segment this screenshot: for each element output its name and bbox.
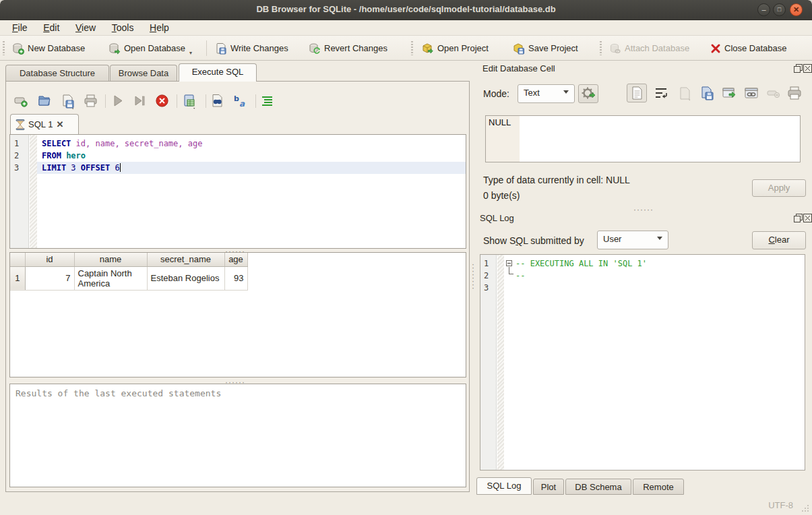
open-database-button[interactable]: Open Database ▾ — [104, 39, 196, 57]
titlebar: DB Browser for SQLite - /home/user/code/… — [0, 0, 812, 20]
write-changes-button[interactable]: Write Changes — [211, 39, 292, 57]
save-sql-file-icon[interactable] — [60, 94, 74, 108]
line-number: 1 — [14, 139, 28, 151]
link-icon[interactable] — [744, 86, 759, 100]
dock-tab-db-schema[interactable]: DB Schema — [565, 479, 631, 495]
find-icon[interactable] — [210, 94, 224, 108]
maximize-button[interactable]: □ — [773, 3, 786, 16]
word-wrap-icon[interactable] — [654, 86, 668, 100]
menu-tools[interactable]: Tools — [105, 20, 141, 35]
cell-age[interactable]: 93 — [224, 266, 247, 290]
code-line-current[interactable]: LIMIT 3 OFFSET 6 — [37, 162, 466, 174]
open-sql-file-icon[interactable] — [37, 94, 51, 108]
import-file-icon[interactable] — [677, 86, 692, 100]
main-vertical-splitter[interactable]: ········ — [472, 263, 476, 290]
cell-name[interactable]: Captain North America — [74, 266, 147, 290]
text-mode-icon — [627, 84, 646, 102]
write-changes-icon — [215, 42, 227, 55]
execute-all-icon[interactable] — [111, 94, 125, 108]
stop-icon[interactable] — [155, 94, 169, 108]
save-results-icon[interactable] — [182, 94, 196, 108]
dock-tab-plot[interactable]: Plot — [533, 479, 564, 495]
minimize-button[interactable]: – — [757, 3, 770, 16]
cell-editor[interactable]: NULL — [485, 115, 801, 162]
float-panel-icon[interactable] — [794, 214, 803, 222]
sql-log-filter-select[interactable]: User — [597, 231, 668, 249]
sql-toolbar-separator — [105, 94, 106, 108]
toolbar-drag-handle[interactable] — [411, 41, 413, 55]
dock-tab-sql-log[interactable]: SQL Log — [476, 477, 532, 495]
hourglass-icon — [15, 119, 25, 130]
code-line[interactable]: FROM hero — [37, 150, 466, 162]
results-message-box[interactable]: Results of the last executed statements — [9, 384, 466, 487]
fold-collapse-icon[interactable] — [506, 260, 512, 266]
cell-id[interactable]: 7 — [25, 266, 74, 290]
sql-log-view[interactable]: 1 2 3 -- EXECUTING ALL IN 'SQL 1' -- — [480, 254, 805, 471]
dock-splitter[interactable]: ······ — [633, 208, 654, 212]
new-sql-tab-icon[interactable] — [14, 94, 28, 108]
new-database-button[interactable]: New Database — [8, 39, 89, 57]
cell-secret-name[interactable]: Esteban Rogelios — [147, 266, 224, 290]
replace-icon[interactable]: ba — [233, 94, 247, 108]
col-header-id[interactable]: id — [25, 253, 74, 266]
sql-toolbar-separator — [206, 94, 206, 108]
execute-sql-panel: ba SQL 1 ✕ 1 2 3 SELECT id, name, secret… — [5, 81, 470, 492]
tab-browse-data[interactable]: Browse Data — [110, 65, 177, 82]
resize-grip[interactable] — [801, 504, 809, 512]
apply-button[interactable]: Apply — [752, 179, 806, 197]
svg-text:a: a — [239, 99, 245, 109]
auto-switch-mode-button[interactable] — [578, 84, 598, 103]
toolbar-drag-handle[interactable] — [600, 41, 602, 55]
results-grid[interactable]: id name secret_name age 1 7 Captain Nort… — [9, 252, 466, 377]
gear-icon — [579, 85, 598, 102]
close-panel-icon[interactable] — [803, 214, 812, 222]
menu-edit[interactable]: Edit — [36, 20, 66, 35]
close-button[interactable]: ✕ — [790, 3, 803, 16]
new-database-icon — [12, 42, 24, 55]
app-window: DB Browser for SQLite - /home/user/code/… — [0, 0, 812, 515]
col-header-secret-name[interactable]: secret_name — [147, 253, 224, 266]
tab-database-structure[interactable]: Database Structure — [5, 65, 109, 82]
attach-database-button[interactable]: Attach Database — [605, 39, 693, 57]
save-as-icon[interactable] — [699, 86, 714, 100]
open-database-dropdown-caret[interactable]: ▾ — [189, 50, 192, 57]
fold-tree-line — [509, 267, 513, 274]
execute-line-icon[interactable] — [133, 94, 147, 108]
text-mode-frame[interactable] — [627, 84, 647, 102]
mode-select[interactable]: Text — [518, 84, 575, 103]
open-project-button[interactable]: Open Project — [418, 39, 493, 57]
menu-help[interactable]: Help — [143, 20, 176, 35]
chevron-down-icon — [657, 237, 662, 240]
editor-fold-margin — [30, 135, 37, 248]
dock-tab-remote[interactable]: Remote — [633, 479, 684, 495]
table-row[interactable]: 1 7 Captain North America Esteban Rogeli… — [10, 266, 247, 290]
code-line[interactable]: SELECT id, name, secret_name, age — [37, 138, 466, 150]
close-database-button[interactable]: Close Database — [706, 39, 791, 57]
toolbar-drag-handle[interactable] — [3, 41, 5, 55]
col-header-age[interactable]: age — [224, 253, 247, 266]
encoding-status: UTF-8 — [768, 500, 793, 510]
revert-changes-button[interactable]: Revert Changes — [305, 39, 392, 57]
print-cell-icon[interactable] — [787, 86, 802, 100]
menu-view[interactable]: View — [69, 20, 102, 35]
col-header-name[interactable]: name — [74, 253, 147, 266]
sql-toolbar-separator — [255, 94, 256, 108]
attach-database-icon — [609, 42, 621, 55]
tab-execute-sql[interactable]: Execute SQL — [179, 63, 257, 82]
toolbar-separator — [206, 40, 207, 56]
set-null-icon[interactable] — [766, 86, 781, 100]
format-sql-icon[interactable] — [261, 94, 275, 108]
line-number: 2 — [484, 271, 496, 280]
log-line: -- EXECUTING ALL IN 'SQL 1' — [516, 259, 647, 268]
sql-editor[interactable]: 1 2 3 SELECT id, name, secret_name, age … — [9, 134, 466, 249]
sql-doc-tab-close-icon[interactable]: ✕ — [56, 119, 63, 129]
close-panel-icon[interactable] — [803, 64, 812, 73]
sql-log-panel-title: SQL Log — [480, 213, 514, 223]
float-panel-icon[interactable] — [794, 64, 803, 73]
save-project-button[interactable]: Save Project — [509, 39, 582, 57]
print-sql-icon[interactable] — [84, 94, 98, 108]
export-cell-icon[interactable] — [722, 86, 737, 100]
sql-doc-tab[interactable]: SQL 1 ✕ — [10, 114, 79, 134]
menu-file[interactable]: File — [5, 20, 34, 35]
clear-log-button[interactable]: Clear — [752, 231, 806, 249]
